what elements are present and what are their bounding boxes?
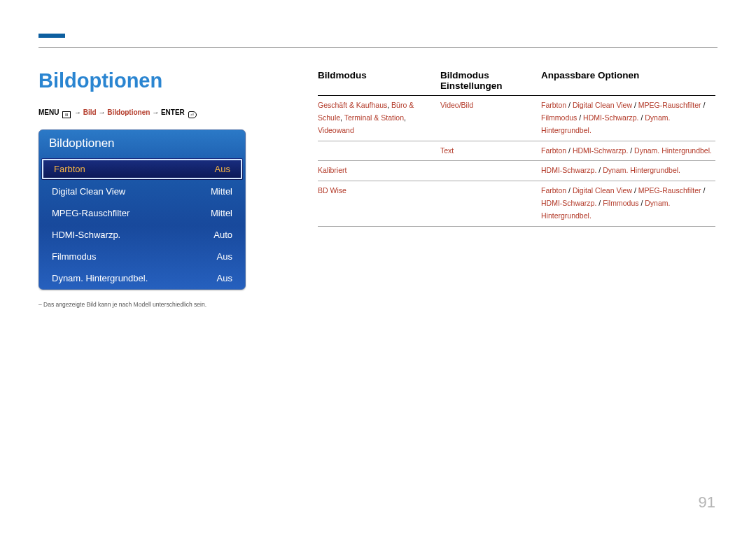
separator: /	[566, 186, 573, 195]
cell-bildmodus: Geschäft & Kaufhaus, Büro & Schule, Term…	[318, 99, 440, 137]
osd-row-label: Dynam. Hintergrundbel.	[52, 273, 148, 283]
cell-einstellungen: Video/Bild	[440, 99, 541, 137]
cell-bildmodus: Kalibriert	[318, 164, 440, 177]
option-name: HDMI-Schwarzp.	[573, 146, 628, 155]
mode-name: BD Wise	[318, 186, 346, 195]
osd-row[interactable]: FilmmodusAus	[39, 246, 245, 267]
option-name: MPEG-Rauschfilter	[638, 186, 701, 195]
separator: /	[628, 146, 634, 155]
osd-row-value: Auto	[214, 230, 232, 240]
osd-row-label: Farbton	[54, 164, 85, 174]
osd-row-label: MPEG-Rauschfilter	[52, 208, 130, 218]
osd-row[interactable]: FarbtonAus	[41, 158, 243, 180]
cell-bildmodus	[318, 145, 440, 157]
th-bildmodus: Bildmodus	[318, 70, 440, 91]
breadcrumb-arrow: →	[98, 108, 105, 116]
table-row: Geschäft & Kaufhaus, Büro & Schule, Term…	[318, 96, 715, 141]
separator: ,	[404, 113, 406, 122]
osd-row[interactable]: Dynam. Hintergrundbel.Aus	[39, 267, 245, 289]
option-name: HDMI-Schwarzp.	[583, 113, 638, 122]
header-divider	[38, 47, 718, 48]
table-header: Bildmodus Bildmodus Einstellungen Anpass…	[318, 70, 715, 96]
option-name: Digital Clean View	[573, 186, 632, 195]
breadcrumb-arrow: →	[74, 108, 81, 116]
page-title: Bildoptionen	[38, 69, 162, 92]
breadcrumb-p1: Bild	[83, 108, 97, 116]
separator: /	[566, 146, 573, 155]
cell-einstellungen: Text	[440, 145, 541, 157]
osd-title: Bildoptionen	[39, 130, 245, 157]
breadcrumb-p2: Bildoptionen	[107, 108, 150, 116]
osd-row[interactable]: HDMI-Schwarzp.Auto	[39, 224, 245, 246]
osd-row-value: Aus	[215, 164, 230, 174]
footnote: Das angezeigte Bild kann je nach Modell …	[38, 301, 206, 308]
osd-row-value: Mittel	[211, 208, 232, 218]
osd-row-label: Filmmodus	[52, 251, 97, 262]
table-row: BD WiseFarbton / Digital Clean View / MP…	[318, 181, 715, 227]
cell-optionen: HDMI-Schwarzp. / Dynam. Hintergrundbel.	[541, 164, 715, 177]
enter-icon: ⏎	[188, 111, 197, 118]
separator: /	[566, 101, 573, 109]
separator: /	[577, 113, 583, 122]
option-name: Dynam. Hintergrundbel.	[634, 146, 712, 155]
mode-name: Kalibriert	[318, 166, 346, 174]
osd-row-value: Mittel	[211, 186, 232, 197]
header-accent-bar	[38, 34, 65, 38]
separator: /	[596, 166, 603, 174]
menu-icon: Ⅲ	[62, 111, 71, 118]
th-einstellungen: Bildmodus Einstellungen	[440, 70, 541, 91]
osd-row-label: Digital Clean View	[52, 186, 125, 197]
option-name: HDMI-Schwarzp.	[541, 166, 596, 174]
option-name: Filmmodus	[603, 199, 638, 207]
separator: /	[638, 199, 645, 207]
table-row: KalibriertHDMI-Schwarzp. / Dynam. Hinter…	[318, 161, 715, 181]
breadcrumb: MENU Ⅲ → Bild → Bildoptionen → ENTER ⏎	[38, 108, 198, 118]
option-name: Farbton	[541, 146, 566, 155]
mode-name: Terminal & Station	[344, 113, 404, 122]
th-optionen: Anpassbare Optionen	[541, 70, 715, 91]
option-name: Filmmodus	[541, 113, 577, 122]
option-name: Digital Clean View	[573, 101, 632, 109]
cell-optionen: Farbton / Digital Clean View / MPEG-Raus…	[541, 185, 715, 223]
osd-row-value: Aus	[217, 273, 232, 283]
separator: /	[632, 186, 638, 195]
osd-row-label: HDMI-Schwarzp.	[52, 230, 120, 240]
mode-name: Videowand	[318, 126, 354, 134]
separator: /	[632, 101, 638, 109]
separator: /	[701, 101, 706, 109]
osd-panel: Bildoptionen FarbtonAusDigital Clean Vie…	[38, 129, 246, 290]
options-table: Bildmodus Bildmodus Einstellungen Anpass…	[318, 70, 715, 227]
cell-optionen: Farbton / HDMI-Schwarzp. / Dynam. Hinter…	[541, 145, 715, 157]
option-name: Farbton	[541, 101, 566, 109]
breadcrumb-menu: MENU	[38, 108, 59, 116]
separator: /	[638, 113, 645, 122]
separator: /	[701, 186, 706, 195]
osd-row-value: Aus	[217, 251, 232, 262]
mode-name: Geschäft & Kaufhaus	[318, 101, 387, 109]
osd-row[interactable]: MPEG-RauschfilterMittel	[39, 202, 245, 224]
option-name: Dynam. Hintergrundbel.	[603, 166, 680, 174]
cell-einstellungen	[440, 164, 541, 177]
breadcrumb-arrow: →	[152, 108, 159, 116]
cell-optionen: Farbton / Digital Clean View / MPEG-Raus…	[541, 99, 715, 137]
option-name: HDMI-Schwarzp.	[541, 199, 596, 207]
page-number: 91	[699, 493, 715, 512]
osd-row[interactable]: Digital Clean ViewMittel	[39, 181, 245, 202]
option-name: Farbton	[541, 186, 566, 195]
separator: /	[596, 199, 603, 207]
cell-einstellungen	[440, 185, 541, 223]
breadcrumb-enter: ENTER	[161, 108, 185, 116]
table-row: TextFarbton / HDMI-Schwarzp. / Dynam. Hi…	[318, 141, 715, 162]
cell-bildmodus: BD Wise	[318, 185, 440, 223]
option-name: MPEG-Rauschfilter	[638, 101, 701, 109]
